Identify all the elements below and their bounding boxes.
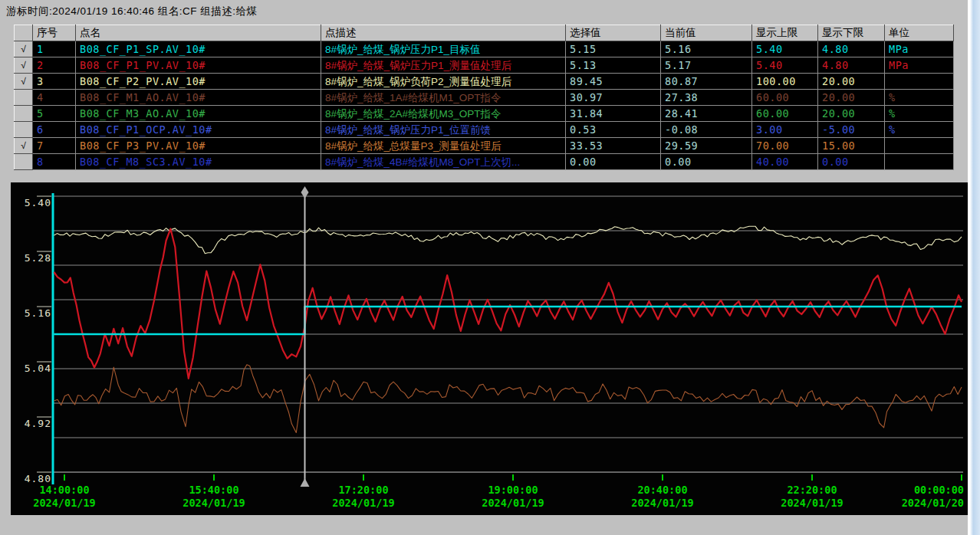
display-low: 20.00	[818, 90, 885, 106]
date-label: 2024/01/19	[781, 497, 843, 509]
unit-label: %	[885, 122, 954, 138]
display-low: 20.00	[818, 74, 885, 90]
table-row[interactable]: 4B08_CF_M1_AO.AV_10#8#锅炉_给煤_1A#给煤机M1_OPT…	[15, 90, 954, 106]
row-seq: 5	[33, 106, 76, 122]
tag-desc: 8#锅炉_给煤_锅炉负荷P2_测量值处理后	[321, 74, 566, 90]
display-low: 4.80	[818, 41, 885, 57]
unit-label: MPa	[885, 57, 954, 74]
tag-name: B08_CF_P1_OCP.AV_10#	[76, 122, 321, 138]
tag-name: B08_CF_P1_PV.AV_10#	[76, 57, 321, 74]
display-high: 60.00	[752, 106, 818, 122]
unit-label	[885, 154, 954, 170]
checkbox-column-header[interactable]	[15, 25, 33, 41]
current-value: 5.17	[661, 57, 752, 74]
unit-label: %	[885, 90, 954, 106]
y-axis-label: 4.92	[25, 418, 51, 429]
time-label: 15:40:00	[189, 484, 238, 496]
tag-desc: 8#锅炉_给煤_锅炉压力P1_测量值处理后	[321, 57, 566, 74]
cursor-info-bar: 游标时间:2024/01/19 16:40:46 组名:CF 组描述:给煤	[6, 5, 258, 18]
column-header-6[interactable]: 显示上限	[752, 25, 818, 41]
tag-name: B08_CF_P2_PV.AV_10#	[76, 74, 321, 90]
table-row[interactable]: √1B08_CF_P1_SP.AV_10#8#锅炉_给煤_锅炉压力P1_目标值5…	[15, 41, 954, 57]
tag-desc: 8#锅炉_给煤_锅炉压力P1_位置前馈	[321, 122, 566, 138]
column-header-8[interactable]: 单位	[885, 25, 954, 41]
y-axis-label: 5.16	[25, 307, 51, 319]
series-B08_CF_P1_PV.AV_10#	[54, 229, 962, 379]
column-header-1[interactable]: 序号	[33, 25, 76, 41]
time-label: 00:00:00	[914, 484, 964, 496]
row-seq: 6	[33, 122, 76, 138]
unit-label	[885, 74, 954, 90]
cursor-bottom-handle[interactable]	[301, 478, 310, 487]
y-axis-line	[52, 193, 54, 484]
row-checkbox[interactable]	[15, 106, 33, 122]
date-label: 2024/01/19	[482, 497, 544, 509]
row-checkbox[interactable]	[15, 122, 33, 138]
table-row[interactable]: 5B08_CF_M3_AO.AV_10#8#锅炉_给煤_2A#给煤机M3_OPT…	[15, 106, 954, 122]
unit-label: %	[885, 106, 954, 122]
row-checkbox[interactable]: √	[15, 138, 33, 154]
y-axis-label: 5.40	[25, 197, 51, 208]
tag-desc: 8#锅炉_给煤_1A#给煤机M1_OPT指令	[321, 90, 566, 106]
trend-chart[interactable]: 5.405.285.165.044.924.8014:00:002024/01/…	[11, 182, 968, 515]
cursor-top-handle[interactable]	[301, 186, 309, 199]
column-header-5[interactable]: 当前值	[661, 25, 752, 41]
row-checkbox[interactable]	[15, 154, 33, 170]
current-value: 29.59	[661, 138, 752, 154]
tag-table: 序号点名点描述选择值当前值显示上限显示下限单位 √1B08_CF_P1_SP.A…	[14, 25, 954, 170]
table-row[interactable]: 6B08_CF_P1_OCP.AV_10#8#锅炉_给煤_锅炉压力P1_位置前馈…	[15, 122, 954, 138]
time-label: 19:00:00	[488, 484, 538, 496]
y-axis-label: 4.80	[25, 473, 51, 484]
current-value: -0.08	[661, 122, 752, 138]
selected-value: 5.13	[566, 57, 661, 74]
table-row[interactable]: √3B08_CF_P2_PV.AV_10#8#锅炉_给煤_锅炉负荷P2_测量值处…	[15, 74, 954, 90]
unit-label	[885, 138, 954, 154]
series-B08_CF_P3_PV.AV_10#	[54, 365, 962, 433]
window-edge-scroll-strip[interactable]	[968, 0, 980, 535]
tag-desc: 8#锅炉_给煤_总煤量P3_测量值处理后	[321, 138, 566, 154]
time-label: 20:40:00	[637, 484, 687, 496]
column-header-3[interactable]: 点描述	[321, 25, 566, 41]
display-low: -5.00	[818, 122, 885, 138]
y-axis-label: 5.04	[25, 363, 51, 374]
display-low: 15.00	[818, 138, 885, 154]
column-header-7[interactable]: 显示下限	[818, 25, 885, 41]
table-row[interactable]: √2B08_CF_P1_PV.AV_10#8#锅炉_给煤_锅炉压力P1_测量值处…	[15, 57, 954, 74]
tag-desc: 8#锅炉_给煤_4B#给煤机M8_OPT上次切...	[321, 154, 566, 170]
row-seq: 1	[33, 41, 76, 57]
date-label: 2024/01/19	[332, 497, 394, 509]
unit-label: MPa	[885, 41, 954, 57]
selected-value: 5.15	[566, 41, 661, 57]
current-value: 80.87	[661, 74, 752, 90]
selected-value: 33.53	[566, 138, 661, 154]
column-header-2[interactable]: 点名	[76, 25, 321, 41]
table-header-row: 序号点名点描述选择值当前值显示上限显示下限单位	[15, 25, 954, 41]
date-label: 2024/01/19	[183, 497, 245, 509]
row-checkbox[interactable]: √	[15, 57, 33, 74]
tag-name: B08_CF_M1_AO.AV_10#	[76, 90, 321, 106]
y-axis-label: 5.28	[25, 252, 51, 264]
time-label: 17:20:00	[338, 484, 388, 496]
display-low: 0.00	[818, 154, 885, 170]
date-label: 2024/01/20	[902, 497, 964, 509]
time-label: 22:20:00	[787, 484, 837, 496]
row-checkbox[interactable]	[15, 90, 33, 106]
date-label: 2024/01/19	[33, 497, 95, 509]
display-high: 70.00	[752, 138, 818, 154]
tag-name: B08_CF_M3_AO.AV_10#	[76, 106, 321, 122]
table-row[interactable]: √7B08_CF_P3_PV.AV_10#8#锅炉_给煤_总煤量P3_测量值处理…	[15, 138, 954, 154]
display-high: 60.00	[752, 90, 818, 106]
row-seq: 8	[33, 154, 76, 170]
display-high: 5.40	[752, 57, 818, 74]
trend-chart-panel: 5.405.285.165.044.924.8014:00:002024/01/…	[11, 182, 968, 515]
column-header-4[interactable]: 选择值	[566, 25, 661, 41]
display-high: 100.00	[752, 74, 818, 90]
display-high: 5.40	[752, 41, 818, 57]
table-row[interactable]: 8B08_CF_M8_SC3.AV_10#8#锅炉_给煤_4B#给煤机M8_OP…	[15, 154, 954, 170]
row-checkbox[interactable]: √	[15, 41, 33, 57]
row-seq: 7	[33, 138, 76, 154]
row-checkbox[interactable]: √	[15, 74, 33, 90]
current-value: 28.41	[661, 106, 752, 122]
selected-value: 30.97	[566, 90, 661, 106]
current-value: 0.00	[661, 154, 752, 170]
